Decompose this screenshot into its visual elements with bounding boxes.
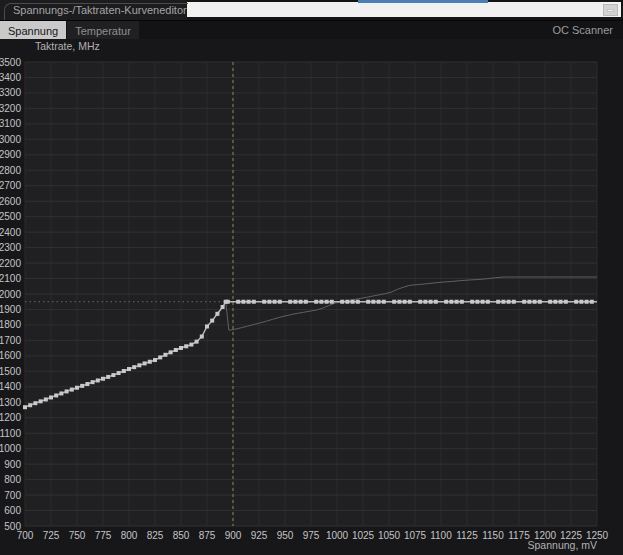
curve-point-marker[interactable] xyxy=(143,361,147,365)
curve-point-marker[interactable] xyxy=(132,365,136,369)
curve-point-marker[interactable] xyxy=(200,335,204,339)
curve-point-marker[interactable] xyxy=(340,300,344,304)
curve-point-marker[interactable] xyxy=(288,300,292,304)
curve-point-marker[interactable] xyxy=(496,300,500,304)
curve-point-marker[interactable] xyxy=(345,300,349,304)
curve-point-marker[interactable] xyxy=(195,340,199,344)
oc-scanner-button[interactable]: OC Scanner xyxy=(542,21,623,39)
curve-point-marker[interactable] xyxy=(91,380,95,384)
curve-point-marker[interactable] xyxy=(522,300,526,304)
curve-point-marker[interactable] xyxy=(39,399,43,403)
curve-point-marker[interactable] xyxy=(408,300,412,304)
curve-point-marker[interactable] xyxy=(397,300,401,304)
curve-point-marker[interactable] xyxy=(444,300,448,304)
curve-point-marker[interactable] xyxy=(54,393,58,397)
curve-point-marker[interactable] xyxy=(23,405,27,409)
tab-temperatur[interactable]: Temperatur xyxy=(67,21,139,39)
curve-point-marker[interactable] xyxy=(221,305,225,309)
curve-point-marker[interactable] xyxy=(574,300,578,304)
curve-point-marker[interactable] xyxy=(371,300,375,304)
curve-point-marker[interactable] xyxy=(278,300,282,304)
curve-point-marker[interactable] xyxy=(262,300,266,304)
curve-point-marker[interactable] xyxy=(314,300,318,304)
curve-point-marker[interactable] xyxy=(553,300,557,304)
curve-point-marker[interactable] xyxy=(163,353,167,357)
curve-point-marker[interactable] xyxy=(49,395,53,399)
curve-point-marker[interactable] xyxy=(70,388,74,392)
curve-point-marker[interactable] xyxy=(460,300,464,304)
curve-point-marker[interactable] xyxy=(512,300,516,304)
curve-point-marker[interactable] xyxy=(96,378,100,382)
curve-point-marker[interactable] xyxy=(184,344,188,348)
curve-point-marker[interactable] xyxy=(330,300,334,304)
curve-point-marker[interactable] xyxy=(111,373,115,377)
tab-spannung[interactable]: Spannung xyxy=(0,21,66,39)
curve-point-marker[interactable] xyxy=(189,343,193,347)
curve-point-marker[interactable] xyxy=(579,300,583,304)
curve-point-marker[interactable] xyxy=(507,300,511,304)
curve-point-marker[interactable] xyxy=(382,300,386,304)
curve-point-marker[interactable] xyxy=(377,300,381,304)
curve-point-marker[interactable] xyxy=(33,401,37,405)
titlebar-button[interactable] xyxy=(603,4,618,16)
curve-point-marker[interactable] xyxy=(429,300,433,304)
curve-point-marker[interactable] xyxy=(423,300,427,304)
curve-point-marker[interactable] xyxy=(590,300,594,304)
curve-point-marker[interactable] xyxy=(137,363,141,367)
curve-point-marker[interactable] xyxy=(85,382,89,386)
curve-point-marker[interactable] xyxy=(205,324,209,328)
curve-point-marker[interactable] xyxy=(319,300,323,304)
curve-point-marker[interactable] xyxy=(101,377,105,381)
curve-point-marker[interactable] xyxy=(533,300,537,304)
curve-point-marker[interactable] xyxy=(44,397,48,401)
curve-point-marker[interactable] xyxy=(28,403,32,407)
curve-point-marker[interactable] xyxy=(351,300,355,304)
curve-point-marker[interactable] xyxy=(475,300,479,304)
curve-point-marker[interactable] xyxy=(59,391,63,395)
curve-point-marker[interactable] xyxy=(215,312,219,316)
curve-point-marker[interactable] xyxy=(403,300,407,304)
curve-point-marker[interactable] xyxy=(486,300,490,304)
curve-point-marker[interactable] xyxy=(148,360,152,364)
curve-point-marker[interactable] xyxy=(325,300,329,304)
curve-point-marker[interactable] xyxy=(122,369,126,373)
curve-point-marker[interactable] xyxy=(559,300,563,304)
curve-point-marker[interactable] xyxy=(106,375,110,379)
curve-point-marker[interactable] xyxy=(356,300,360,304)
curve-point-marker[interactable] xyxy=(267,300,271,304)
curve-point-marker[interactable] xyxy=(548,300,552,304)
curve-point-marker[interactable] xyxy=(169,350,173,354)
curve-point-marker[interactable] xyxy=(174,348,178,352)
curve-point-marker[interactable] xyxy=(273,300,277,304)
titlebar[interactable]: Spannungs-/Taktraten-Kurveneditor xyxy=(0,0,623,20)
curve-point-marker[interactable] xyxy=(158,355,162,359)
curve-point-marker[interactable] xyxy=(418,300,422,304)
curve-point-marker[interactable] xyxy=(75,386,79,390)
curve-point-marker[interactable] xyxy=(564,300,568,304)
curve-point-marker[interactable] xyxy=(127,367,131,371)
curve-point-marker[interactable] xyxy=(293,300,297,304)
curve-point-marker[interactable] xyxy=(236,300,240,304)
plot-canvas[interactable]: 3500340033003200310030002900280027002600… xyxy=(0,39,623,555)
curve-point-marker[interactable] xyxy=(585,300,589,304)
curve-point-marker[interactable] xyxy=(65,389,69,393)
curve-point-marker[interactable] xyxy=(455,300,459,304)
curve-point-marker[interactable] xyxy=(80,384,84,388)
curve-point-marker[interactable] xyxy=(538,300,542,304)
curve-point-marker[interactable] xyxy=(481,300,485,304)
curve-point-marker[interactable] xyxy=(179,346,183,350)
curve-point-marker[interactable] xyxy=(226,300,230,304)
curve-point-marker[interactable] xyxy=(153,358,157,362)
curve-point-marker[interactable] xyxy=(501,300,505,304)
curve-point-marker[interactable] xyxy=(392,300,396,304)
curve-point-marker[interactable] xyxy=(527,300,531,304)
curve-point-marker[interactable] xyxy=(117,371,121,375)
curve-point-marker[interactable] xyxy=(449,300,453,304)
curve-point-marker[interactable] xyxy=(241,300,245,304)
curve-point-marker[interactable] xyxy=(470,300,474,304)
curve-point-marker[interactable] xyxy=(247,300,251,304)
curve-point-marker[interactable] xyxy=(366,300,370,304)
curve-point-marker[interactable] xyxy=(304,300,308,304)
curve-point-marker[interactable] xyxy=(210,319,214,323)
curve-point-marker[interactable] xyxy=(299,300,303,304)
